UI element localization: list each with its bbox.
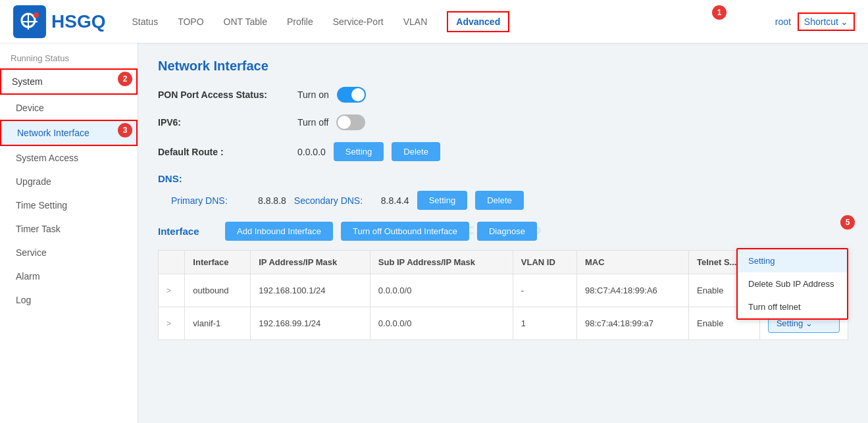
row0-interface: outbound <box>185 274 251 307</box>
row0-sub-ip: 0.0.0.0/0 <box>370 274 513 307</box>
nav-status[interactable]: Status <box>132 13 158 30</box>
main-nav: Status TOPO ONT Table Profile Service-Po… <box>132 11 775 32</box>
add-inbound-btn[interactable]: Add Inbound Interface <box>225 222 333 241</box>
badge-1: 1 <box>712 5 727 20</box>
row1-interface: vlanif-1 <box>185 307 251 340</box>
nav-service-port[interactable]: Service-Port <box>333 13 384 30</box>
dropdown-turn-off-telnet[interactable]: Turn off telnet <box>738 295 847 318</box>
row0-mac: 98:C7:A4:18:99:A6 <box>576 274 688 307</box>
nav-topo[interactable]: TOPO <box>178 13 203 30</box>
interface-title: Interface <box>158 226 217 237</box>
primary-dns-label: Primary DNS: <box>171 195 250 206</box>
dns-delete-btn[interactable]: Delete <box>475 191 524 210</box>
badge-5: 5 <box>840 215 855 230</box>
expand-arrow-0[interactable]: > <box>159 274 185 307</box>
diagnose-btn[interactable]: Diagnose <box>477 222 537 241</box>
secondary-dns-value: 8.8.4.4 <box>381 195 409 206</box>
col-ip: IP Address/IP Mask <box>251 251 370 274</box>
toggle-knob-ipv6 <box>338 116 351 129</box>
layout: Running Status 2 System ∧ Device 3 Netwo… <box>0 43 868 423</box>
pon-port-toggle[interactable] <box>337 87 366 103</box>
badge-3: 3 <box>118 123 132 137</box>
main-content: ForoISP Network Interface PON Port Acces… <box>138 43 868 423</box>
svg-point-3 <box>34 12 39 18</box>
dns-label: DNS: <box>158 173 848 184</box>
nav-right: root Shortcut ⌄ <box>775 12 855 31</box>
sidebar-item-service[interactable]: Service <box>0 241 138 264</box>
pon-port-value: Turn on <box>297 89 329 100</box>
running-status-label: Running Status <box>0 43 138 67</box>
badge-2: 2 <box>118 72 132 86</box>
turn-off-outbound-btn[interactable]: Turn off Outbound Interface <box>341 222 469 241</box>
sidebar-item-alarm[interactable]: Alarm <box>0 264 138 288</box>
sidebar-item-log[interactable]: Log <box>0 288 138 312</box>
row1-ip: 192.168.99.1/24 <box>251 307 370 340</box>
default-route-row: Default Route : 0.0.0.0 Setting Delete <box>158 142 848 161</box>
interface-header: Interface Add Inbound Interface Turn off… <box>158 222 848 241</box>
nav-advanced[interactable]: Advanced <box>447 11 509 32</box>
dropdown-setting[interactable]: Setting <box>738 249 847 272</box>
dns-section: DNS: Primary DNS: 8.8.8.8 Secondary DNS:… <box>158 173 848 210</box>
col-vlan: VLAN ID <box>513 251 576 274</box>
sidebar-item-device[interactable]: Device <box>0 96 138 120</box>
shortcut-link[interactable]: Shortcut ⌄ <box>798 12 855 31</box>
secondary-dns-label: Secondary DNS: <box>294 195 373 206</box>
logo-text: HSGQ <box>51 11 105 32</box>
pon-port-label: PON Port Access Status: <box>158 89 290 100</box>
row1-mac: 98:c7:a4:18:99:a7 <box>576 307 688 340</box>
system-group[interactable]: System ∧ <box>0 68 138 95</box>
default-route-value: 0.0.0.0 <box>297 147 326 157</box>
nav-vlan[interactable]: VLAN <box>403 13 428 30</box>
sidebar-item-timer-task[interactable]: Timer Task <box>0 217 138 241</box>
logo: HSGQ <box>13 5 105 38</box>
row1-vlan: 1 <box>513 307 576 340</box>
dns-row: Primary DNS: 8.8.8.8 Secondary DNS: 8.8.… <box>158 191 848 210</box>
sidebar-item-network-interface[interactable]: Network Interface <box>0 120 138 146</box>
dropdown-delete-sub-ip[interactable]: Delete Sub IP Address <box>738 272 847 295</box>
row1-setting-label: Setting <box>777 318 803 328</box>
primary-dns-value: 8.8.8.8 <box>258 195 286 206</box>
pon-port-row: PON Port Access Status: Turn on <box>158 87 848 103</box>
page-title: Network Interface <box>158 59 848 74</box>
chevron-down-icon-row1: ⌄ <box>805 318 813 328</box>
ipv6-toggle[interactable] <box>336 114 365 130</box>
setting-dropdown-menu: Setting Delete Sub IP Address Turn off t… <box>736 248 848 320</box>
col-expand <box>159 251 185 274</box>
logo-icon <box>13 5 46 38</box>
header: 1 HSGQ Status TOPO ONT Table Profile Ser… <box>0 0 868 43</box>
row0-vlan: - <box>513 274 576 307</box>
ipv6-label: IPV6: <box>158 117 290 128</box>
shortcut-label: Shortcut <box>804 16 838 27</box>
sidebar-item-upgrade[interactable]: Upgrade <box>0 170 138 193</box>
sidebar: Running Status 2 System ∧ Device 3 Netwo… <box>0 43 138 423</box>
chevron-down-icon: ⌄ <box>840 16 848 27</box>
col-mac: MAC <box>576 251 688 274</box>
toggle-knob <box>351 88 365 101</box>
user-link[interactable]: root <box>775 16 791 27</box>
col-sub-ip: Sub IP Address/IP Mask <box>370 251 513 274</box>
nav-profile[interactable]: Profile <box>287 13 313 30</box>
system-label: System <box>12 76 43 87</box>
default-route-label: Default Route : <box>158 147 290 157</box>
row0-ip: 192.168.100.1/24 <box>251 274 370 307</box>
col-interface: Interface <box>185 251 251 274</box>
sidebar-item-system-access[interactable]: System Access <box>0 146 138 170</box>
row1-sub-ip: 0.0.0.0/0 <box>370 307 513 340</box>
sidebar-item-time-setting[interactable]: Time Setting <box>0 193 138 217</box>
ipv6-value: Turn off <box>297 117 328 128</box>
expand-arrow-1[interactable]: > <box>159 307 185 340</box>
dns-setting-btn[interactable]: Setting <box>417 191 467 210</box>
nav-ont-table[interactable]: ONT Table <box>224 13 267 30</box>
default-route-delete-btn[interactable]: Delete <box>392 142 440 161</box>
ipv6-row: IPV6: Turn off <box>158 114 848 130</box>
default-route-setting-btn[interactable]: Setting <box>334 142 384 161</box>
